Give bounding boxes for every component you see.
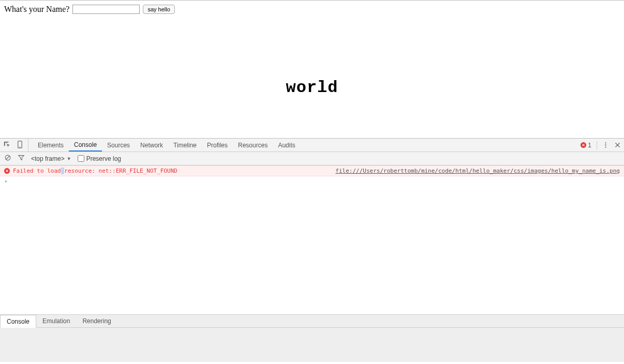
- error-icon: [4, 168, 10, 174]
- tab-sources[interactable]: Sources: [102, 139, 135, 151]
- tab-resources[interactable]: Resources: [233, 139, 273, 151]
- name-input[interactable]: [72, 5, 140, 14]
- drawer-tab-rendering[interactable]: Rendering: [76, 315, 117, 327]
- svg-point-4: [605, 146, 606, 147]
- devtools-tabstrip: Elements Console Sources Network Timelin…: [0, 139, 624, 152]
- prompt-caret-icon: ›: [4, 178, 8, 185]
- kebab-menu-icon[interactable]: [602, 142, 609, 148]
- svg-point-1: [20, 146, 21, 147]
- tab-elements[interactable]: Elements: [33, 139, 69, 151]
- rendered-page: What's your Name? say hello world: [0, 0, 624, 139]
- name-form: What's your Name? say hello: [0, 1, 624, 16]
- close-devtools-icon[interactable]: [614, 142, 621, 148]
- tab-console[interactable]: Console: [69, 139, 102, 151]
- tab-profiles[interactable]: Profiles: [202, 139, 233, 151]
- inspect-element-icon[interactable]: [3, 141, 11, 150]
- output-text: world: [0, 78, 624, 97]
- svg-point-2: [605, 142, 606, 143]
- drawer-tab-console[interactable]: Console: [0, 315, 36, 328]
- drawer-body: [0, 328, 624, 362]
- tab-audits[interactable]: Audits: [273, 139, 300, 151]
- console-prompt[interactable]: ›: [0, 176, 624, 186]
- chevron-down-icon: ▼: [67, 156, 71, 161]
- console-output[interactable]: Failed to load resource: net::ERR_FILE_N…: [0, 165, 624, 314]
- frame-selector-label: <top frame>: [31, 155, 65, 162]
- error-count-badge[interactable]: 1: [581, 142, 591, 149]
- say-hello-button[interactable]: say hello: [143, 5, 174, 14]
- frame-selector[interactable]: <top frame> ▼: [31, 155, 71, 162]
- preserve-log-label: Preserve log: [86, 155, 121, 162]
- error-count: 1: [588, 142, 591, 149]
- clear-console-icon[interactable]: [4, 154, 11, 163]
- device-mode-icon[interactable]: [16, 141, 24, 150]
- error-icon: [581, 142, 586, 148]
- preserve-log-checkbox[interactable]: [78, 155, 84, 162]
- filter-icon[interactable]: [18, 154, 25, 163]
- error-source-link[interactable]: file:///Users/roberttomb/mine/code/html/…: [335, 168, 620, 174]
- drawer-tabstrip: Console Emulation Rendering: [0, 314, 624, 328]
- tab-network[interactable]: Network: [135, 139, 168, 151]
- svg-point-3: [605, 144, 606, 145]
- preserve-log-control[interactable]: Preserve log: [78, 155, 121, 162]
- console-error-row[interactable]: Failed to load resource: net::ERR_FILE_N…: [0, 165, 624, 176]
- drawer-tab-emulation[interactable]: Emulation: [36, 315, 76, 327]
- tab-timeline[interactable]: Timeline: [168, 139, 202, 151]
- error-message: Failed to load resource: net::ERR_FILE_N…: [13, 168, 177, 174]
- name-label: What's your Name?: [4, 5, 69, 14]
- console-toolbar: <top frame> ▼ Preserve log: [0, 152, 624, 165]
- devtools-panel: Elements Console Sources Network Timelin…: [0, 139, 624, 362]
